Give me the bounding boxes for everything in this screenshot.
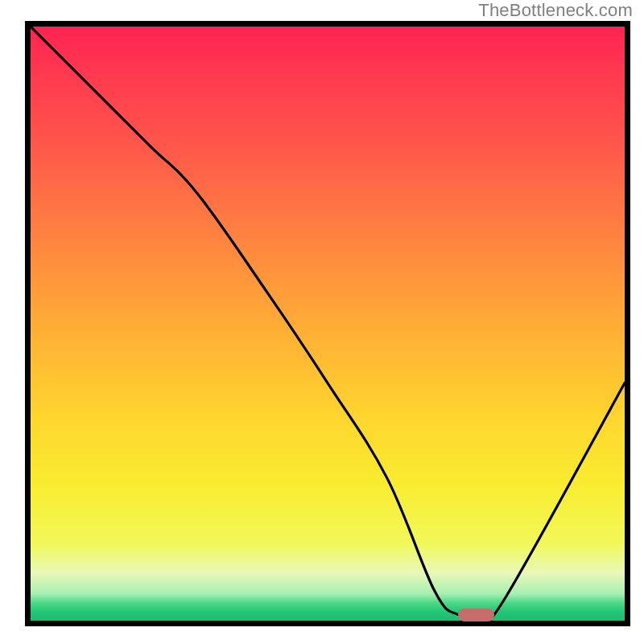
optimal-marker [458, 609, 493, 621]
plot-area [25, 21, 630, 626]
bottleneck-curve-path [31, 27, 625, 621]
watermark-text: TheBottleneck.com [478, 0, 633, 21]
chart-container: TheBottleneck.com [0, 0, 644, 644]
